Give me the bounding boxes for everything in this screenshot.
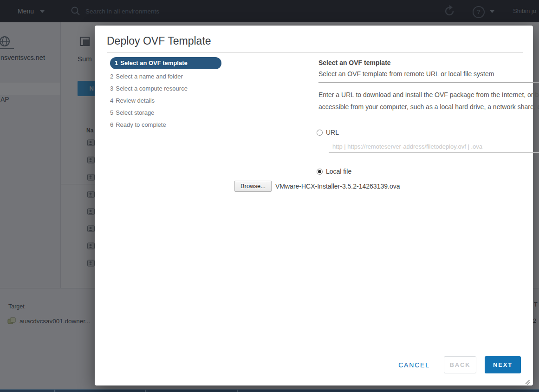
divider bbox=[318, 82, 539, 83]
dialog-resize-handle[interactable] bbox=[525, 378, 530, 383]
step-1-select-ovf-template[interactable]: 1Select an OVF template bbox=[110, 57, 221, 69]
step-5-select-storage[interactable]: 5Select storage bbox=[110, 107, 221, 119]
next-button[interactable]: NEXT bbox=[485, 356, 521, 373]
url-input[interactable] bbox=[329, 141, 539, 153]
back-button[interactable]: BACK bbox=[444, 356, 476, 373]
url-radio[interactable] bbox=[317, 130, 323, 136]
local-file-radio-row[interactable]: Local file bbox=[317, 168, 351, 175]
pane-subheading: Select an OVF template from remote URL o… bbox=[318, 70, 494, 78]
selected-file-name: VMware-HCX-Installer-3.5.2-14263139.ova bbox=[275, 181, 400, 192]
pane-heading: Select an OVF template bbox=[318, 59, 391, 66]
step-2-select-name-folder[interactable]: 2Select a name and folder bbox=[110, 71, 221, 83]
step-3-select-compute-resource[interactable]: 3Select a compute resource bbox=[110, 83, 221, 95]
url-radio-row[interactable]: URL bbox=[317, 129, 339, 136]
pane-description: Enter a URL to download and install the … bbox=[318, 89, 539, 113]
deploy-ovf-template-dialog: Deploy OVF Template 1Select an OVF templ… bbox=[95, 26, 533, 385]
url-radio-label: URL bbox=[326, 129, 339, 136]
divider bbox=[107, 52, 523, 52]
dialog-title: Deploy OVF Template bbox=[107, 35, 211, 47]
local-file-radio[interactable] bbox=[317, 169, 323, 175]
local-file-radio-label: Local file bbox=[326, 168, 351, 175]
step-4-review-details[interactable]: 4Review details bbox=[110, 95, 221, 107]
cancel-button[interactable]: CANCEL bbox=[396, 357, 433, 373]
step-6-ready-to-complete[interactable]: 6Ready to complete bbox=[110, 119, 221, 131]
browse-button[interactable]: Browse... bbox=[234, 181, 272, 192]
